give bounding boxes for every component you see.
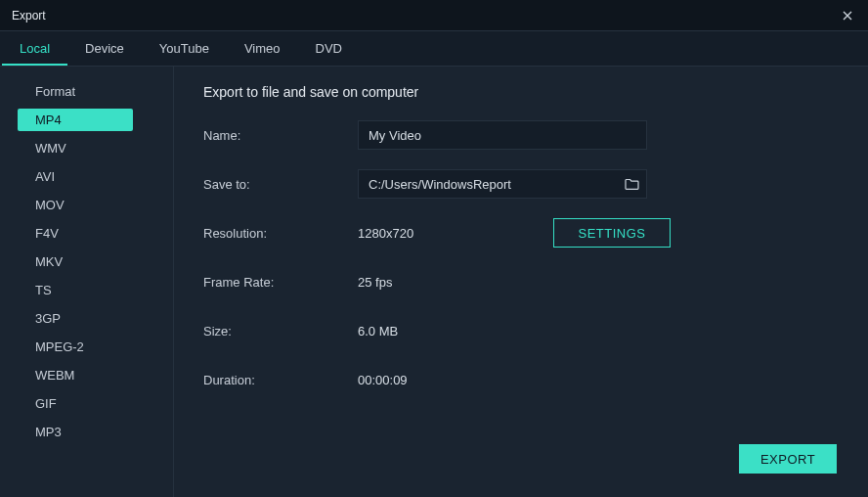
- save-to-input[interactable]: [359, 170, 617, 198]
- row-name: Name:: [203, 121, 839, 149]
- export-button[interactable]: EXPORT: [739, 444, 837, 474]
- tab-device[interactable]: Device: [67, 32, 142, 66]
- row-duration: Duration: 00:00:09: [203, 366, 839, 393]
- tab-bar: Local Device YouTube Vimeo DVD: [0, 31, 868, 67]
- tab-dvd[interactable]: DVD: [298, 32, 360, 66]
- label-name: Name:: [203, 128, 358, 143]
- format-item-mp4[interactable]: MP4: [18, 109, 133, 131]
- format-item-mov[interactable]: MOV: [18, 194, 133, 216]
- titlebar: Export: [0, 0, 868, 31]
- label-save-to: Save to:: [203, 177, 358, 192]
- tab-youtube[interactable]: YouTube: [142, 32, 227, 66]
- label-frame-rate: Frame Rate:: [203, 275, 358, 290]
- row-save-to: Save to:: [203, 170, 839, 198]
- row-size: Size: 6.0 MB: [203, 317, 839, 344]
- close-icon[interactable]: [837, 5, 858, 26]
- row-frame-rate: Frame Rate: 25 fps: [203, 268, 839, 295]
- format-list: MP4 WMV AVI MOV F4V MKV TS 3GP MPEG-2 WE…: [18, 109, 161, 443]
- tab-vimeo[interactable]: Vimeo: [227, 32, 298, 66]
- format-item-wmv[interactable]: WMV: [18, 137, 133, 159]
- format-item-ts[interactable]: TS: [18, 279, 133, 301]
- format-item-avi[interactable]: AVI: [18, 165, 133, 188]
- label-resolution: Resolution:: [203, 226, 358, 241]
- value-resolution: 1280x720: [358, 226, 530, 241]
- label-duration: Duration:: [203, 373, 358, 387]
- name-input[interactable]: [358, 120, 647, 150]
- value-frame-rate: 25 fps: [358, 275, 392, 290]
- format-item-mpeg2[interactable]: MPEG-2: [18, 336, 133, 358]
- tab-local[interactable]: Local: [2, 32, 67, 66]
- format-item-3gp[interactable]: 3GP: [18, 307, 133, 330]
- value-size: 6.0 MB: [358, 324, 398, 339]
- main: Format MP4 WMV AVI MOV F4V MKV TS 3GP MP…: [0, 67, 868, 497]
- save-to-field: [358, 169, 647, 199]
- folder-icon[interactable]: [617, 170, 646, 198]
- footer: EXPORT: [203, 444, 839, 479]
- label-size: Size:: [203, 324, 358, 339]
- settings-button[interactable]: SETTINGS: [553, 218, 671, 248]
- format-item-f4v[interactable]: F4V: [18, 222, 133, 245]
- panel-heading: Export to file and save on computer: [203, 84, 839, 100]
- content-panel: Export to file and save on computer Name…: [174, 67, 868, 497]
- format-item-webm[interactable]: WEBM: [18, 364, 133, 386]
- format-item-mp3[interactable]: MP3: [18, 421, 133, 443]
- sidebar-heading: Format: [35, 84, 161, 99]
- value-duration: 00:00:09: [358, 373, 408, 387]
- window-title: Export: [12, 9, 46, 23]
- sidebar: Format MP4 WMV AVI MOV F4V MKV TS 3GP MP…: [0, 67, 174, 497]
- row-resolution: Resolution: 1280x720 SETTINGS: [203, 219, 839, 247]
- format-item-mkv[interactable]: MKV: [18, 250, 133, 273]
- format-item-gif[interactable]: GIF: [18, 392, 133, 415]
